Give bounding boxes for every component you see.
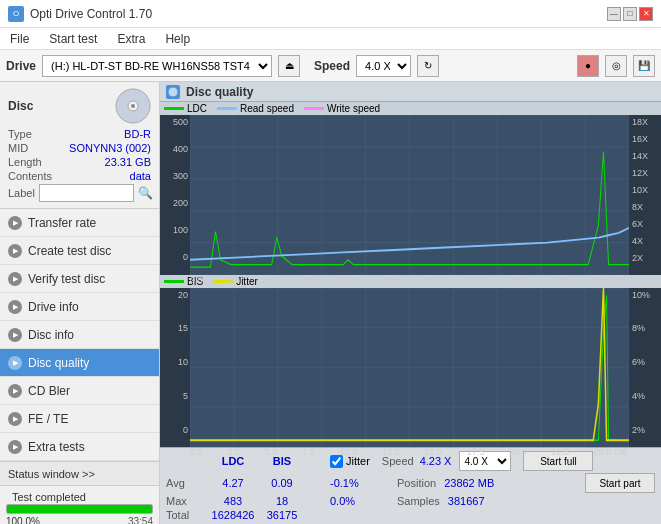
stats-row-avg: Avg 4.27 0.09 -0.1% Position 23862 MB St… — [166, 473, 655, 493]
sidebar-item-fe-te[interactable]: ▶ FE / TE — [0, 405, 159, 433]
menu-help[interactable]: Help — [159, 30, 196, 48]
bottom-chart-container: 20 15 10 5 0 — [160, 288, 661, 448]
bx-175: 17.5 — [467, 447, 485, 459]
verify-test-disc-label: Verify test disc — [28, 272, 105, 286]
contents-key: Contents — [8, 170, 52, 182]
x-150: 15.0 — [424, 275, 442, 287]
total-ldc: 1628426 — [208, 509, 258, 521]
start-part-button[interactable]: Start part — [585, 473, 655, 493]
type-val: BD-R — [124, 128, 151, 140]
avg-ldc: 4.27 — [208, 477, 258, 489]
x-25: 2.5 — [227, 275, 240, 287]
disc-panel: Disc Type BD-R MID SONYNN3 (002) Length … — [0, 82, 159, 209]
main-layout: Disc Type BD-R MID SONYNN3 (002) Length … — [0, 82, 661, 524]
sidebar-item-extra-tests[interactable]: ▶ Extra tests — [0, 433, 159, 461]
by-10: 10 — [178, 357, 188, 367]
bx-250: 25.0 GB — [594, 447, 629, 459]
byr-4: 4% — [632, 391, 661, 401]
minimize-button[interactable]: — — [607, 7, 621, 21]
extra-tests-label: Extra tests — [28, 440, 85, 454]
yr-14x: 14X — [632, 151, 661, 161]
avg-label: Avg — [166, 477, 204, 489]
top-chart-legend: LDC Read speed Write speed — [160, 102, 661, 115]
byr-2: 2% — [632, 425, 661, 435]
label-icon[interactable]: 🔍 — [138, 186, 153, 200]
max-bis: 18 — [262, 495, 302, 507]
stats-row-total: Total 1628426 36175 — [166, 509, 655, 521]
bx-50: 5.0 — [265, 447, 278, 459]
position-val: 23862 MB — [444, 477, 494, 489]
sidebar-item-verify-test-disc[interactable]: ▶ Verify test disc — [0, 265, 159, 293]
mid-val: SONYNN3 (002) — [69, 142, 151, 154]
bx-75: 7.5 — [302, 447, 315, 459]
bottom-chart-inner: 20 15 10 5 0 — [160, 288, 661, 448]
cd-bler-label: CD Bler — [28, 384, 70, 398]
status-window-button[interactable]: Status window >> — [0, 462, 159, 486]
yr-10x: 10X — [632, 185, 661, 195]
length-key: Length — [8, 156, 42, 168]
menu-extra[interactable]: Extra — [111, 30, 151, 48]
refresh-button[interactable]: ↻ — [417, 55, 439, 77]
disc-info-label: Disc info — [28, 328, 74, 342]
save-button[interactable]: 💾 — [633, 55, 655, 77]
legend-write-speed: Write speed — [304, 103, 380, 114]
max-label: Max — [166, 495, 204, 507]
menu-file[interactable]: File — [4, 30, 35, 48]
erase-button[interactable]: ◎ — [605, 55, 627, 77]
speed-select[interactable]: 4.0 X — [356, 55, 411, 77]
total-bis: 36175 — [262, 509, 302, 521]
byr-6: 6% — [632, 357, 661, 367]
close-button[interactable]: ✕ — [639, 7, 653, 21]
samples-val: 381667 — [448, 495, 485, 507]
disc-quality-icon — [166, 85, 180, 99]
sidebar-item-cd-bler[interactable]: ▶ CD Bler — [0, 377, 159, 405]
disc-quality-title: Disc quality — [186, 85, 253, 99]
progress-text: 100.0% — [6, 516, 40, 524]
avg-bis: 0.09 — [262, 477, 302, 489]
read-speed-label: Read speed — [240, 103, 294, 114]
cd-bler-icon: ▶ — [8, 384, 22, 398]
sidebar-item-disc-info[interactable]: ▶ Disc info — [0, 321, 159, 349]
sidebar-item-transfer-rate[interactable]: ▶ Transfer rate — [0, 209, 159, 237]
bx-125: 12.5 — [382, 447, 400, 459]
window-controls: — □ ✕ — [607, 7, 653, 21]
x-100: 10.0 — [340, 275, 358, 287]
y-label-500: 500 — [173, 117, 188, 127]
sidebar: Disc Type BD-R MID SONYNN3 (002) Length … — [0, 82, 160, 524]
y-label-300: 300 — [173, 171, 188, 181]
label-key: Label — [8, 187, 35, 199]
progress-area: Test completed 100.0% 33:54 — [0, 486, 159, 524]
sidebar-item-drive-info[interactable]: ▶ Drive info — [0, 293, 159, 321]
app-icon: O — [8, 6, 24, 22]
x-75: 7.5 — [302, 275, 315, 287]
by-20: 20 — [178, 290, 188, 300]
samples-label: Samples — [397, 495, 440, 507]
drive-select[interactable]: (H:) HL-DT-ST BD-RE WH16NS58 TST4 — [42, 55, 272, 77]
length-val: 23.31 GB — [105, 156, 151, 168]
yr-8x: 8X — [632, 202, 661, 212]
yr-4x: 4X — [632, 236, 661, 246]
legend-read-speed: Read speed — [217, 103, 294, 114]
eject-button[interactable]: ⏏ — [278, 55, 300, 77]
sidebar-item-disc-quality[interactable]: ▶ Disc quality — [0, 349, 159, 377]
bottom-y-axis-left: 20 15 10 5 0 — [160, 288, 190, 448]
burn-button[interactable]: ● — [577, 55, 599, 77]
bx-100: 10.0 — [340, 447, 358, 459]
sidebar-item-create-test-disc[interactable]: ▶ Create test disc — [0, 237, 159, 265]
maximize-button[interactable]: □ — [623, 7, 637, 21]
drive-toolbar: Drive (H:) HL-DT-ST BD-RE WH16NS58 TST4 … — [0, 50, 661, 82]
verify-test-disc-icon: ▶ — [8, 272, 22, 286]
menu-start-test[interactable]: Start test — [43, 30, 103, 48]
bx-200: 20.0 — [509, 447, 527, 459]
x-0: 0.0 — [190, 275, 203, 287]
yr-18x: 18X — [632, 117, 661, 127]
time-text: 33:54 — [128, 516, 153, 524]
y-label-200: 200 — [173, 198, 188, 208]
fe-te-icon: ▶ — [8, 412, 22, 426]
x-250: 25.0 GB — [594, 275, 629, 287]
disc-quality-label: Disc quality — [28, 356, 89, 370]
bx-25: 2.5 — [227, 447, 240, 459]
label-input[interactable] — [39, 184, 134, 202]
yr-6x: 6X — [632, 219, 661, 229]
disc-icon — [115, 88, 151, 124]
